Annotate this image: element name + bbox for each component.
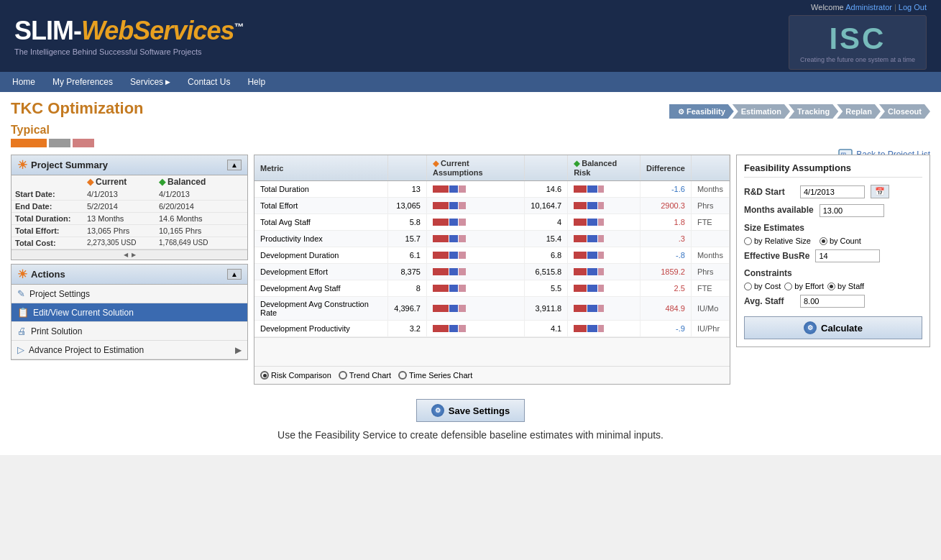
nav-services[interactable]: Services ▶ — [121, 73, 179, 91]
constraint-effort-opt[interactable]: by Effort — [784, 282, 824, 290]
phase-estimation[interactable]: Estimation — [733, 104, 790, 119]
phase-tracking[interactable]: Tracking — [789, 104, 838, 119]
col-difference: Difference — [641, 155, 692, 181]
isc-sub: Creating the future one system at a time — [800, 56, 915, 63]
edit-icon: 📋 — [17, 307, 29, 318]
balanced-diamond-th: ◆ — [574, 159, 579, 167]
summary-row-end: End Date: 5/2/2014 6/20/2014 — [12, 201, 247, 213]
chart-tab-trend[interactable]: Trend Chart — [339, 371, 391, 380]
metric-difference-5: 1859.2 — [641, 264, 692, 280]
feas-avg-staff-row: Avg. Staff — [744, 295, 922, 308]
timeseries-radio-dot — [398, 371, 407, 380]
metric-current-val-4: 6.1 — [388, 247, 427, 264]
phase-feasibility[interactable]: ⚙ Feasibility — [669, 104, 734, 119]
metric-balanced-bar-7 — [568, 297, 641, 321]
scroll-left-icon[interactable]: ◀ — [124, 252, 128, 258]
constraint-cost-opt[interactable]: by Cost — [744, 282, 781, 290]
summary-row-cost: Total Cost: 2,273,305 USD 1,768,649 USD — [12, 237, 247, 249]
nav-help[interactable]: Help — [239, 73, 274, 91]
metric-balanced-val-1: 10,164.7 — [525, 198, 568, 214]
summary-row-start: Start Date: 4/1/2013 4/1/2013 — [12, 188, 247, 201]
feas-rd-start-input[interactable] — [800, 185, 865, 198]
action-print-solution[interactable]: 🖨 Print Solution — [12, 322, 247, 341]
feas-avg-staff-input[interactable] — [800, 295, 865, 308]
col-current-val — [388, 155, 427, 181]
metric-current-val-6: 8 — [388, 280, 427, 297]
size-relative-opt[interactable]: by Relative Size — [744, 237, 811, 245]
right-panel: Feasibility Assumptions R&D Start 📅 Mont… — [736, 155, 930, 385]
action-edit-view-solution[interactable]: 📋 Edit/View Current Solution — [12, 303, 247, 322]
metric-current-bar-6 — [426, 280, 524, 297]
isc-logo: ISC Creating the future one system at a … — [789, 15, 927, 70]
content-area: ☀ Project Summary ▲ ◆ Current — [11, 155, 930, 385]
logout-link[interactable]: Log Out — [899, 3, 927, 12]
metrics-row-2: Total Avg Staff 5.8 4 1.8 FTE — [254, 214, 730, 231]
logo-web: Web — [81, 16, 133, 45]
sun-icon: ☀ — [17, 158, 27, 172]
action-advance-estimation[interactable]: ▷ Advance Project to Estimation ▶ — [12, 341, 247, 359]
admin-link[interactable]: Administrator — [845, 3, 892, 12]
constraints-title: Constraints — [744, 268, 922, 278]
metric-current-val-0: 13 — [388, 181, 427, 198]
action-project-settings[interactable]: ✎ Project Settings — [12, 285, 247, 303]
typical-section: Typical — [11, 124, 930, 147]
metric-current-bar-3 — [426, 231, 524, 247]
save-icon: ⚙ — [431, 404, 444, 417]
metric-current-bar-8 — [426, 321, 524, 337]
metrics-tbody: Total Duration 13 14.6 -1.6 Months — [254, 181, 730, 337]
metric-current-val-2: 5.8 — [388, 214, 427, 231]
current-diamond-th: ◆ — [433, 159, 439, 167]
nav-home[interactable]: Home — [4, 73, 44, 91]
metric-current-bar-2 — [426, 214, 524, 231]
feas-calendar-btn[interactable]: 📅 — [871, 185, 889, 198]
metric-difference-3: .3 — [641, 231, 692, 247]
summary-row-effort: Total Effort: 13,065 Phrs 10,165 Phrs — [12, 225, 247, 237]
metric-balanced-bar-3 — [568, 231, 641, 247]
feas-months-label: Months available — [744, 204, 814, 216]
color-bar — [11, 139, 930, 147]
phase-replan[interactable]: Replan — [837, 104, 881, 119]
feas-months-input[interactable] — [820, 204, 884, 217]
phase-closeout[interactable]: Closeout — [879, 104, 930, 119]
scroll-right-icon[interactable]: ▶ — [132, 252, 136, 258]
metrics-row-6: Development Avg Staff 8 5.5 2.5 FTE — [254, 280, 730, 297]
metric-difference-8: -.9 — [641, 321, 692, 337]
feas-months-row: Months available — [744, 204, 922, 217]
actions-collapse-btn[interactable]: ▲ — [227, 269, 242, 280]
metric-balanced-bar-5 — [568, 264, 641, 280]
project-summary-title: ☀ Project Summary — [17, 158, 108, 172]
current-diamond-icon: ◆ — [87, 177, 93, 187]
size-relative-radio — [744, 237, 752, 245]
metrics-row-4: Development Duration 6.1 6.8 -.8 Months — [254, 247, 730, 264]
chart-tab-risk[interactable]: Risk Comparison — [260, 371, 331, 380]
nav-preferences[interactable]: My Preferences — [44, 73, 121, 91]
metric-name-3: Productivity Index — [254, 231, 388, 247]
summary-header-row: ◆ Current ◆ Balanced — [12, 175, 247, 188]
calculate-button[interactable]: ⚙ Calculate — [744, 316, 922, 339]
constraint-staff-opt[interactable]: by Staff — [827, 282, 864, 290]
save-settings-button[interactable]: ⚙ Save Settings — [416, 399, 525, 422]
cb-orange — [11, 139, 47, 147]
metric-balanced-bar-2 — [568, 214, 641, 231]
typical-label: Typical — [11, 124, 930, 137]
constraint-staff-radio — [827, 283, 835, 290]
metric-balanced-val-3: 15.4 — [525, 231, 568, 247]
metric-name-1: Total Effort — [254, 198, 388, 214]
size-count-opt[interactable]: by Count — [820, 237, 861, 245]
metrics-row-1: Total Effort 13,065 10,164.7 2900.3 Phrs — [254, 198, 730, 214]
metrics-row-3: Productivity Index 15.7 15.4 .3 — [254, 231, 730, 247]
logo-tm: ™ — [234, 21, 243, 32]
feas-busre-input[interactable] — [815, 249, 880, 262]
feas-rd-label: R&D Start — [744, 187, 794, 197]
metric-unit-5: Phrs — [691, 264, 729, 280]
feasibility-panel: Feasibility Assumptions R&D Start 📅 Mont… — [736, 155, 930, 347]
metric-balanced-bar-6 — [568, 280, 641, 297]
panel-collapse-btn[interactable]: ▲ — [227, 160, 242, 170]
chart-tab-timeseries[interactable]: Time Series Chart — [398, 371, 472, 380]
nav-contact[interactable]: Contact Us — [179, 73, 239, 91]
metric-name-5: Development Effort — [254, 264, 388, 280]
balanced-diamond-icon: ◆ — [159, 177, 165, 187]
metric-current-bar-0 — [426, 181, 524, 198]
metric-balanced-val-7: 3,911.8 — [525, 297, 568, 321]
header-right: Welcome Administrator|Log Out ISC Creati… — [789, 3, 927, 70]
